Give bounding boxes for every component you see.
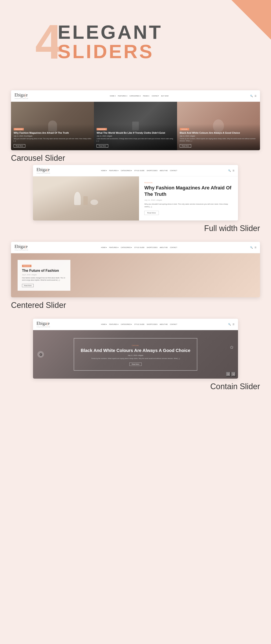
- card-1-title: Why Fashion Magazines Are Afraid Of The …: [14, 131, 91, 134]
- cen-nav-shortcodes[interactable]: SHORTCODES: [147, 247, 158, 248]
- contain-navbar: Ebiga|e living brave about life HOME ▾ F…: [33, 319, 238, 330]
- cen-menu-icon[interactable]: ☰: [255, 246, 257, 249]
- contain-title: Black And White Colours Are Always A Goo…: [81, 348, 191, 353]
- contain-section: Ebiga|e living brave about life HOME ▾ F…: [0, 319, 271, 402]
- contain-readmore[interactable]: Read More: [129, 362, 142, 366]
- card-2-readmore[interactable]: Read More: [97, 144, 108, 148]
- cen-search-icon[interactable]: 🔍: [250, 246, 253, 249]
- fw-nav-shortcodes[interactable]: SHORTCODES: [147, 170, 158, 171]
- con-nav-categories[interactable]: CATEGORIES ▾: [121, 324, 132, 325]
- card-2-overlay: Fashion What The World Would Be Like If …: [94, 124, 177, 150]
- hero-sliders: SLIDERS: [58, 42, 162, 61]
- centered-category: Fashion: [22, 265, 31, 267]
- card-1-category: Fashion: [14, 128, 24, 130]
- centered-section: Ebiga|e living brave about life HOME ▾ F…: [0, 242, 271, 319]
- fullwidth-image-decor: [74, 192, 98, 205]
- con-nav-features[interactable]: FEATURES ▾: [109, 324, 119, 325]
- card-1-readmore[interactable]: Read More: [14, 144, 25, 148]
- card-3-readmore[interactable]: Read More: [180, 144, 191, 148]
- contain-prev-arrow[interactable]: ‹: [226, 372, 231, 376]
- menu-icon[interactable]: ☰: [255, 95, 257, 97]
- fw-nav-categories[interactable]: CATEGORIES ▾: [121, 170, 132, 172]
- contain-excerpt: Trends by the numbers. What experts are …: [81, 358, 191, 360]
- cen-nav-categories[interactable]: CATEGORIES ▾: [121, 247, 132, 248]
- fullwidth-image: [33, 176, 139, 220]
- centered-navbar: Ebiga|e living brave about life HOME ▾ F…: [11, 242, 260, 253]
- fw-nav-aboutme[interactable]: ABOUT ME: [160, 170, 168, 171]
- card-3-category: Casual: [180, 128, 189, 130]
- centered-logo: Ebiga|e living brave about life: [14, 244, 28, 251]
- card-1-excerpt: Why you shouldn't eat spring dress in be…: [14, 138, 91, 142]
- contain-browser: Ebiga|e living brave about life HOME ▾ F…: [33, 319, 238, 378]
- con-search-icon[interactable]: 🔍: [228, 323, 231, 326]
- carousel-card-1: Fashion Why Fashion Magazines Are Afraid…: [11, 102, 94, 150]
- fullwidth-logo: Ebiga|e living brave about life: [36, 167, 50, 174]
- contain-decor-left: ✿: [37, 351, 44, 358]
- centered-meta: July 9, 2018 • ebigale: [22, 274, 66, 276]
- search-icon[interactable]: 🔍: [250, 95, 253, 97]
- carousel-nav-icons: 🔍 ☰: [250, 95, 257, 97]
- cen-nav-features[interactable]: FEATURES ▾: [109, 247, 119, 248]
- card-2-category: Fashion: [97, 128, 107, 130]
- card-1-overlay: Fashion Why Fashion Magazines Are Afraid…: [11, 124, 94, 150]
- cen-nav-styleguide[interactable]: STYLE GUIDE: [134, 247, 144, 248]
- card-3-excerpt: Trends by the numbers. What experts are …: [180, 138, 257, 142]
- fw-menu-icon[interactable]: ☰: [233, 169, 235, 172]
- fullwidth-category: Fashion: [144, 182, 233, 184]
- cen-nav-home[interactable]: HOME ▾: [101, 247, 107, 248]
- fullwidth-text-panel: Fashion Why Fashion Magazines Are Afraid…: [139, 176, 238, 220]
- card-1-meta: July 11, 2018 • Eva Ebigale: [14, 135, 91, 137]
- nav-item-contact[interactable]: CONTACT: [152, 95, 159, 97]
- fullwidth-excerpt: Why you shouldn't eat spring dress in be…: [144, 203, 233, 208]
- centered-text-card: Fashion The Future of Fashion July 9, 20…: [17, 260, 70, 290]
- fullwidth-image-inner: [33, 176, 139, 220]
- centered-title: The Future of Fashion: [22, 268, 66, 273]
- nav-item-categories[interactable]: CATEGORIES ▾: [130, 95, 141, 97]
- con-nav-home[interactable]: HOME ▾: [101, 324, 107, 325]
- fw-nav-contact[interactable]: CONTACT: [170, 170, 177, 171]
- nav-item-pages[interactable]: PAGES ▾: [143, 95, 150, 97]
- con-menu-icon[interactable]: ☰: [233, 323, 235, 326]
- centered-logo-sub: living brave about life: [14, 249, 28, 251]
- hero-text: ELEGANT SLIDERS: [58, 22, 162, 61]
- cen-nav-aboutme[interactable]: ABOUT ME: [160, 247, 168, 248]
- carousel-cards: Fashion Why Fashion Magazines Are Afraid…: [11, 102, 260, 150]
- centered-bg: Fashion The Future of Fashion July 9, 20…: [11, 253, 260, 297]
- con-nav-shortcodes[interactable]: SHORTCODES: [147, 324, 158, 325]
- centered-browser: Ebiga|e living brave about life HOME ▾ F…: [11, 242, 260, 297]
- con-nav-styleguide[interactable]: STYLE GUIDE: [134, 324, 144, 325]
- fw-nav-styleguide[interactable]: STYLE GUIDE: [134, 170, 144, 171]
- cen-nav-contact[interactable]: CONTACT: [170, 247, 177, 248]
- card-3-meta: July 11, 2018 • ebigale: [180, 135, 257, 137]
- centered-nav-icons: 🔍 ☰: [250, 246, 257, 249]
- fullwidth-readmore[interactable]: Read More: [144, 211, 159, 215]
- fullwidth-navbar: Ebiga|e living brave about life HOME ▾ F…: [33, 165, 238, 176]
- hero-section: 4 ELEGANT SLIDERS: [0, 0, 271, 84]
- fw-nav-home[interactable]: HOME ▾: [101, 170, 107, 172]
- nav-item-buynow[interactable]: BUY NOW: [161, 95, 169, 97]
- carousel-browser: Ebiga|e living brave about life HOME ▾ F…: [11, 90, 260, 150]
- contain-logo-sub: living brave about life: [36, 326, 50, 328]
- contain-logo: Ebiga|e living brave about life: [36, 321, 50, 328]
- carousel-card-2: Fashion What The World Would Be Like If …: [94, 102, 177, 150]
- con-nav-aboutme[interactable]: ABOUT ME: [160, 324, 168, 325]
- centered-readmore[interactable]: Read More: [22, 284, 34, 287]
- nav-item-features[interactable]: FEATURES ▾: [118, 95, 127, 97]
- carousel-nav-menu: HOME ▾ FEATURES ▾ CATEGORIES ▾ PAGES ▾ C…: [110, 95, 169, 97]
- con-nav-contact[interactable]: CONTACT: [170, 324, 177, 325]
- card-2-excerpt: Least favorite cloth accessories. 8 thin…: [97, 138, 174, 142]
- fullwidth-browser: Ebiga|e living brave about life HOME ▾ F…: [33, 165, 238, 220]
- contain-bg: Casual Black And White Colours Are Alway…: [33, 330, 238, 378]
- fullwidth-content: Fashion Why Fashion Magazines Are Afraid…: [33, 176, 238, 220]
- carousel-navbar: Ebiga|e living brave about life HOME ▾ F…: [11, 90, 260, 102]
- fullwidth-section: Ebiga|e living brave about life HOME ▾ F…: [0, 165, 271, 242]
- fw-nav-features[interactable]: FEATURES ▾: [109, 170, 119, 172]
- hero-elegant: ELEGANT: [58, 22, 162, 42]
- fw-search-icon[interactable]: 🔍: [228, 169, 231, 172]
- centered-excerpt: How fashion weeks changed how we think a…: [22, 277, 66, 281]
- card-2-meta: July 11, 2018 • ebigale: [97, 135, 174, 137]
- contain-next-arrow[interactable]: ›: [231, 372, 236, 376]
- nav-item-home[interactable]: HOME ▾: [110, 95, 116, 97]
- fullwidth-meta: July 11, 2018 • ebigale: [144, 199, 233, 201]
- fullwidth-logo-sub: living brave about life: [36, 172, 50, 174]
